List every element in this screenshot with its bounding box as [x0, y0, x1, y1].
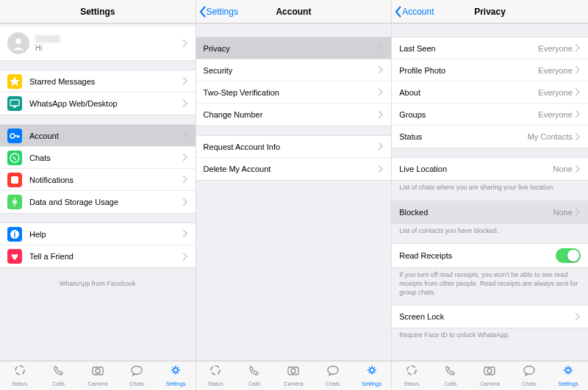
profile-text: Hi: [35, 35, 177, 52]
tabbar: Status Calls Camera Chats Settings: [196, 361, 392, 390]
tab-label: Chats: [129, 380, 144, 387]
tab-camera[interactable]: Camera: [78, 361, 117, 390]
profile-subtitle: Hi: [35, 44, 177, 52]
info-icon: [7, 227, 22, 242]
heart-icon: [7, 249, 22, 264]
tab-chats[interactable]: Chats: [117, 361, 156, 390]
security-row[interactable]: Security: [196, 59, 392, 82]
settings-group-3: Help Tell a Friend: [0, 223, 196, 268]
tab-camera[interactable]: Camera: [470, 361, 509, 390]
chevron-right-icon: [576, 165, 581, 173]
change-number-row[interactable]: Change Number: [196, 104, 392, 126]
status-tab-icon: [209, 364, 222, 379]
tab-status[interactable]: Status: [0, 361, 39, 390]
tab-settings[interactable]: Settings: [352, 361, 391, 390]
tabbar: Status Calls Camera Chats Settings: [392, 361, 588, 390]
tab-label: Calls: [445, 380, 457, 387]
whatsapp-web-row[interactable]: WhatsApp Web/Desktop: [0, 93, 196, 115]
settings-tab-icon: [169, 364, 182, 379]
delete-account-row[interactable]: Delete My Account: [196, 158, 392, 180]
tab-label: Camera: [480, 380, 500, 387]
tab-settings[interactable]: Settings: [157, 361, 196, 390]
camera-tab-icon: [91, 364, 104, 379]
notifications-row[interactable]: Notifications: [0, 169, 196, 191]
read-receipts-toggle[interactable]: [556, 248, 581, 263]
groups-row[interactable]: Groups Everyone: [392, 104, 588, 126]
tab-chats[interactable]: Chats: [509, 361, 548, 390]
blocked-row[interactable]: Blocked None: [392, 201, 588, 223]
profile-photo-row[interactable]: Profile Photo Everyone: [392, 59, 588, 82]
back-button[interactable]: Settings: [199, 6, 238, 18]
privacy-row[interactable]: Privacy: [196, 37, 392, 59]
page-title: Privacy: [474, 7, 506, 17]
about-row[interactable]: About Everyone: [392, 82, 588, 104]
row-label: Help: [29, 230, 183, 239]
whatsapp-icon: [7, 151, 22, 165]
row-label: Privacy: [204, 44, 379, 53]
tab-chats[interactable]: Chats: [313, 361, 352, 390]
status-row[interactable]: Status My Contacts: [392, 126, 588, 148]
tab-label: Settings: [362, 380, 381, 387]
chevron-right-icon: [379, 88, 384, 96]
back-label: Settings: [207, 7, 238, 17]
row-value: Everyone: [538, 110, 572, 119]
tab-label: Chats: [326, 380, 340, 387]
chevron-right-icon: [183, 154, 188, 162]
live-location-row[interactable]: Live Location None: [392, 158, 588, 180]
row-label: Last Seen: [399, 44, 538, 53]
back-chevron-icon: [199, 6, 207, 18]
tab-camera[interactable]: Camera: [274, 361, 313, 390]
tab-label: Chats: [522, 380, 537, 387]
screen-lock-row[interactable]: Screen Lock: [392, 306, 588, 328]
settings-group-2: Account Chats Notifications Data and Sto…: [0, 124, 196, 214]
tell-friend-row[interactable]: Tell a Friend: [0, 245, 196, 267]
data-storage-row[interactable]: Data and Storage Usage: [0, 191, 196, 213]
row-value: My Contacts: [528, 132, 573, 141]
row-label: Delete My Account: [204, 165, 379, 173]
read-receipts-group: Read Receipts: [392, 243, 588, 268]
chats-tab-icon: [523, 364, 536, 379]
navbar: Settings: [0, 0, 196, 24]
back-button[interactable]: Account: [395, 6, 434, 18]
tab-label: Camera: [284, 380, 304, 387]
profile-row[interactable]: Hi: [0, 26, 196, 61]
tab-calls[interactable]: Calls: [39, 361, 78, 390]
tab-settings[interactable]: Settings: [548, 361, 587, 390]
account-row[interactable]: Account: [0, 125, 196, 147]
row-label: Two-Step Verification: [204, 88, 379, 97]
calls-tab-icon: [52, 364, 65, 379]
chevron-right-icon: [576, 133, 581, 141]
row-value: Everyone: [538, 88, 572, 97]
row-label: Change Number: [204, 110, 379, 119]
chevron-right-icon: [379, 142, 384, 151]
starred-messages-row[interactable]: Starred Messages: [0, 71, 196, 93]
navbar: Account Privacy: [392, 0, 588, 24]
chevron-right-icon: [379, 44, 384, 52]
tab-status[interactable]: Status: [392, 361, 431, 390]
back-label: Account: [402, 7, 434, 17]
help-row[interactable]: Help: [0, 223, 196, 245]
row-value: Everyone: [538, 66, 572, 75]
chats-row[interactable]: Chats: [0, 147, 196, 169]
row-label: WhatsApp Web/Desktop: [29, 99, 183, 108]
row-label: Blocked: [399, 208, 553, 217]
request-info-row[interactable]: Request Account Info: [196, 136, 392, 158]
chevron-right-icon: [576, 110, 581, 118]
two-step-row[interactable]: Two-Step Verification: [196, 82, 392, 104]
tab-status[interactable]: Status: [196, 361, 235, 390]
content: Last Seen Everyone Profile Photo Everyon…: [392, 24, 588, 361]
last-seen-row[interactable]: Last Seen Everyone: [392, 37, 588, 59]
tab-calls[interactable]: Calls: [235, 361, 274, 390]
settings-tab-icon: [562, 364, 575, 379]
row-value: None: [553, 165, 572, 173]
row-value: None: [553, 208, 572, 217]
privacy-group-1: Last Seen Everyone Profile Photo Everyon…: [392, 37, 588, 148]
row-label: Groups: [399, 110, 538, 119]
chevron-right-icon: [576, 208, 581, 216]
tab-calls[interactable]: Calls: [431, 361, 470, 390]
chevron-right-icon: [379, 66, 384, 74]
screen-lock-group: Screen Lock: [392, 305, 588, 328]
account-screen: Settings Account Privacy Security Two-St…: [196, 0, 392, 390]
chevron-right-icon: [183, 176, 188, 184]
chevron-right-icon: [183, 77, 188, 85]
